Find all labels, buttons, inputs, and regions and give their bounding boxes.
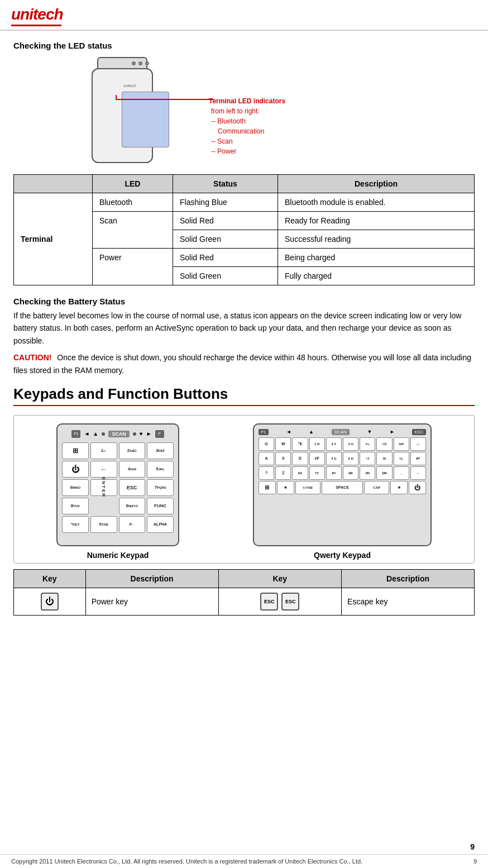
kp-7: 7PQRS: [147, 479, 174, 496]
main-content: Checking the LED status unitech Terminal…: [0, 31, 488, 638]
device-top: [97, 57, 147, 69]
kp-grid: ⊞ 1+- 2ABC 3DEF ⏻ ← 4GHI 5JKL 6MNO ENTER…: [62, 442, 174, 533]
kp-alpha: ALPHA: [147, 516, 174, 533]
kp-arrow-left: ◄: [84, 431, 89, 437]
qw-row3: ? Z $X 7C 8V 9B 0N $M . -: [259, 466, 426, 480]
status-solid-red-power: Solid Red: [173, 249, 278, 267]
kp-scan-label: SCAN: [108, 431, 130, 437]
kp-8: 8TUV: [62, 498, 89, 514]
caution-label: CAUTION!: [13, 353, 51, 362]
qw-esc: ESC: [412, 429, 425, 435]
qw-key-1r: 1 R: [309, 437, 325, 451]
power-key-desc: Power key: [85, 588, 218, 615]
desc-ready: Ready for Reading: [278, 212, 475, 230]
qw-p1: P1: [259, 429, 269, 435]
qw-key-f: #F: [309, 452, 325, 465]
desc-successful: Successful reading: [278, 230, 475, 249]
footer-page: 9: [473, 858, 477, 865]
qw-key-dollarm: $M: [376, 466, 392, 480]
kp-5: 5JKL: [147, 461, 174, 478]
annotation-line2: -- Bluetooth: [211, 116, 285, 126]
qw-key-enter: ↵: [410, 452, 426, 465]
qw-key-g: G: [259, 437, 274, 451]
kp-esc: ESC: [119, 479, 146, 496]
led-power: Power: [92, 249, 173, 285]
kp-power: ⏻: [62, 461, 89, 478]
qw-row1: G W "E 1 R 2 Y 3 U #+ =O %P ←: [259, 437, 426, 451]
battery-heading: Checking the Battery Status: [13, 297, 475, 306]
qw-key-cap: CAP: [364, 481, 389, 494]
page-number: 9: [470, 842, 475, 851]
kp-arrow-up: ▲: [93, 431, 98, 437]
qw-key-w: W: [275, 437, 291, 451]
kp-heart: ♥: [140, 431, 143, 437]
table-header-empty: [14, 175, 93, 193]
qw-up: ▲: [309, 429, 314, 435]
key-table-header-desc1: Description: [85, 569, 218, 588]
terminal-row-header: Terminal: [14, 193, 93, 285]
kp-0: 0TAB: [90, 516, 117, 533]
qw-key-blk2: ■: [390, 481, 408, 494]
numeric-keypad-container: P1 ◄ ▲ SCAN ♥ ► P ⊞ 1+- 2ABC 3DEF ⏻: [56, 423, 179, 560]
status-solid-green-scan: Solid Green: [173, 230, 278, 249]
kp-9: 9WXYZ: [119, 498, 146, 514]
logo-underline: [11, 25, 61, 26]
qw-key-tab: I+TAB: [295, 481, 320, 494]
led-dot-2: [138, 61, 142, 65]
kp-2: 2ABC: [119, 442, 146, 459]
qwerty-keypad-label: Qwerty Keypad: [314, 551, 371, 560]
annotation-line3: Communication: [218, 126, 285, 136]
qw-key-eq: =O: [376, 437, 392, 451]
kp-arrow-right: ►: [146, 431, 152, 437]
status-solid-red-scan: Solid Red: [173, 212, 278, 230]
status-flashing-blue: Flashing Blue: [173, 193, 278, 212]
kp-windows: ⊞: [62, 442, 89, 459]
qw-key-8v: 8V: [326, 466, 342, 480]
kp-func: FUNC: [147, 498, 174, 514]
desc-bluetooth: Bluetooth module is enabled.: [278, 193, 475, 212]
battery-text: If the battery level becomes low in the …: [13, 309, 475, 347]
led-arrow-line: [116, 99, 213, 100]
qw-key-7c: 7C: [309, 466, 325, 480]
device-leds: [132, 61, 149, 65]
key-table-header-key1: Key: [14, 569, 86, 588]
caution-text: Once the device is shut down, you should…: [13, 353, 471, 374]
qw-key-dollar: $X: [292, 466, 308, 480]
power-key-icon: ⏻: [41, 593, 59, 611]
qw-key-star: *J: [360, 452, 375, 465]
table-row: Terminal Bluetooth Flashing Blue Bluetoo…: [14, 193, 475, 212]
qw-key-space: SPACE: [322, 481, 363, 494]
key-table: Key Description Key Description ⏻ Power …: [13, 569, 475, 616]
qw-key-eq2: =L: [394, 452, 409, 465]
esc-key-desc: Escape key: [342, 588, 475, 615]
annotation-line4: -- Scan: [211, 136, 285, 146]
led-bluetooth: Bluetooth: [92, 193, 173, 212]
qw-key-dot: .: [394, 466, 409, 480]
kp-top-bar: P1 ◄ ▲ SCAN ♥ ► P: [62, 429, 174, 439]
keypad-area: P1 ◄ ▲ SCAN ♥ ► P ⊞ 1+- 2ABC 3DEF ⏻: [13, 415, 475, 564]
table-header-led: LED: [92, 175, 173, 193]
logo-text: unitech: [11, 6, 63, 23]
header: unitech: [0, 0, 488, 31]
device-image: unitech: [69, 57, 181, 163]
led-section-heading: Checking the LED status: [13, 41, 475, 50]
led-diagram-area: unitech Terminal LED indicators from lef…: [13, 57, 475, 163]
qw-scan: SCAN: [332, 429, 350, 435]
esc-key-icon2: ESC: [281, 593, 299, 611]
kp-6: 6MNO: [62, 479, 89, 496]
device-body: unitech: [92, 68, 153, 163]
footer-text: Copyright 2011 Unitech Electronics Co., …: [11, 858, 362, 865]
qw-bottom-row: ⊞ ■ I+TAB SPACE CAP ■ ⏻: [259, 481, 426, 494]
kp-dot-right: [133, 432, 136, 436]
led-annotation: Terminal LED indicators from left to rig…: [209, 96, 285, 156]
esc-key-icon: ESC: [260, 593, 278, 611]
qw-key-0n: 0N: [360, 466, 375, 480]
annotation-line5: -- Power: [211, 146, 285, 156]
caution-block: CAUTION! Once the device is shut down, y…: [13, 351, 475, 376]
qw-down: ▼: [367, 429, 372, 435]
kp-p-btn: P: [155, 430, 164, 438]
table-header-status: Status: [173, 175, 278, 193]
desc-fully-charged: Fully charged: [278, 267, 475, 285]
esc-key-icon-cell: ESC ESC: [218, 588, 342, 615]
qw-key-2y: 2 Y: [326, 437, 342, 451]
